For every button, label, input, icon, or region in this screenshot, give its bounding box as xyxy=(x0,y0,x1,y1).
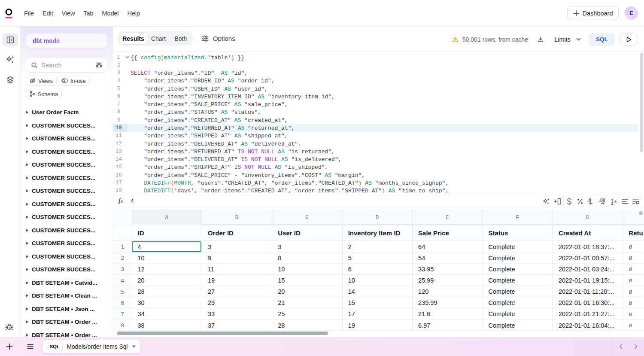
svg-text:3: 3 xyxy=(614,200,617,204)
svg-text:.0: .0 xyxy=(587,198,591,203)
svg-text:2: 2 xyxy=(611,201,614,205)
svg-text:.00: .00 xyxy=(599,198,605,203)
